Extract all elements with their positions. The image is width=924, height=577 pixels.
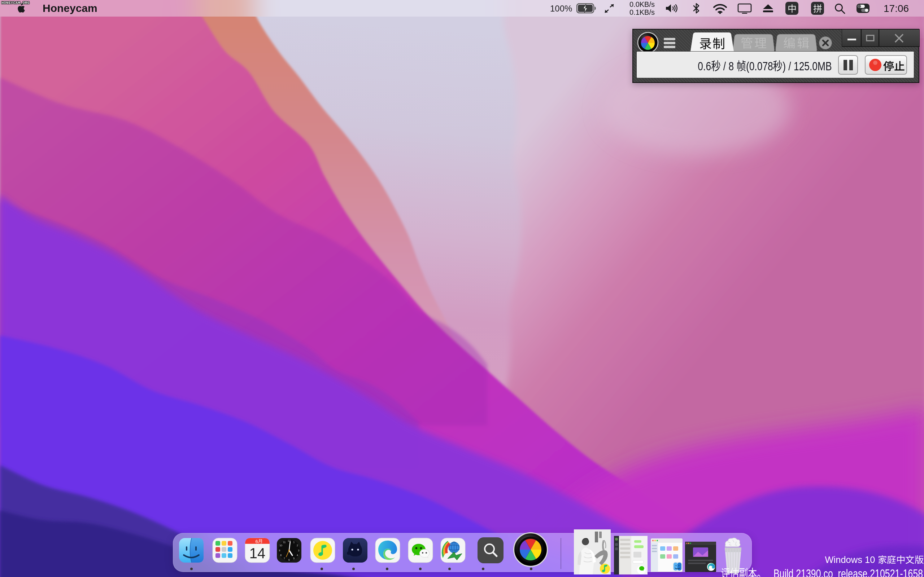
svg-text:7: 7 xyxy=(284,557,285,560)
svg-text:3: 3 xyxy=(298,549,300,552)
svg-text:11: 11 xyxy=(283,541,286,543)
svg-text:8: 8 xyxy=(280,554,281,556)
svg-text:6: 6 xyxy=(288,559,290,561)
svg-text:1: 1 xyxy=(293,541,294,543)
svg-text:6: 6 xyxy=(255,539,258,544)
svg-text:5: 5 xyxy=(293,557,294,560)
svg-text:2: 2 xyxy=(297,544,298,547)
svg-text:10: 10 xyxy=(279,544,282,547)
svg-text:4: 4 xyxy=(297,554,298,556)
svg-text:14: 14 xyxy=(249,545,266,561)
svg-text:9: 9 xyxy=(279,549,281,552)
